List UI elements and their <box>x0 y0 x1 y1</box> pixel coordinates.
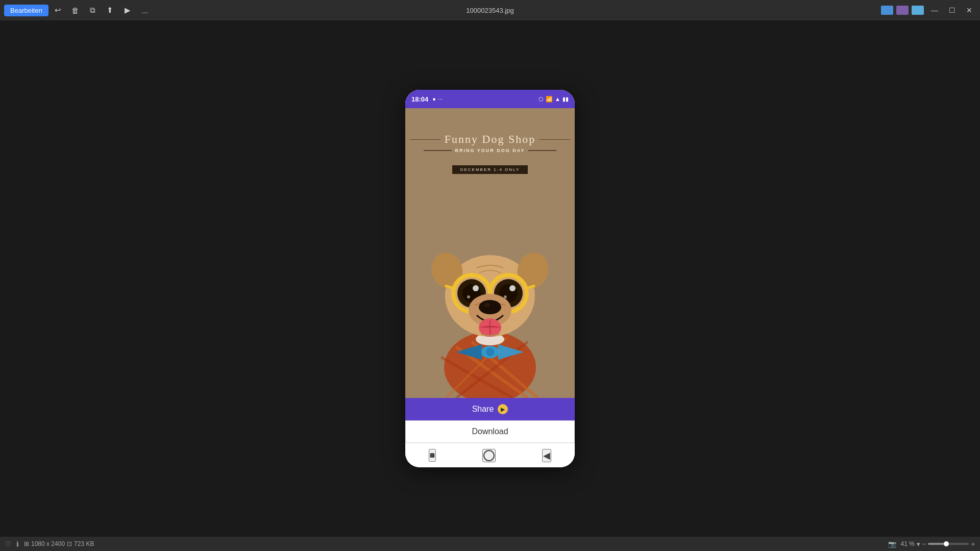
bottom-statusbar: ♡ ℹ ⊞ 1080 x 2400 ⊡ 723 KB 📷 41 % ▾ − + <box>0 537 980 551</box>
main-content: 18:04 ● ··· ⬡ 📶 ▲ ▮▮ Funny Dog Shop <box>0 20 980 537</box>
zoom-level-value: 41 % <box>900 540 914 547</box>
status-icons: ● ··· <box>432 96 443 102</box>
poster-content: Funny Dog Shop BRING YOUR DOG DAY DECEMB… <box>405 108 575 398</box>
undo-button[interactable]: ↩ <box>51 3 66 18</box>
edit-button[interactable]: Bearbeiten <box>4 5 48 16</box>
tray-icons <box>881 6 924 15</box>
title-right-line <box>540 139 570 140</box>
zoom-slider-thumb <box>944 541 949 546</box>
poster-title-line: Funny Dog Shop <box>410 133 570 146</box>
status-right-icons: ⬡ 📶 ▲ ▮▮ <box>538 96 569 103</box>
heart-button[interactable]: ♡ <box>5 540 11 548</box>
dimensions-value: 1080 x 2400 <box>31 540 65 547</box>
top-toolbar: Bearbeiten ↩ 🗑 ⧉ ⬆ ▶ ... 1000023543.jpg … <box>0 0 980 20</box>
bottom-left-area: ♡ ℹ ⊞ 1080 x 2400 ⊡ 723 KB <box>5 540 94 548</box>
toolbar-right-area: — ☐ ✕ <box>881 4 976 17</box>
phone-nav-bar: ■ ◀ <box>405 443 575 467</box>
share-toolbar-button[interactable]: ⬆ <box>103 3 118 18</box>
nav-back-button[interactable]: ◀ <box>542 449 551 462</box>
whatsapp-icon: ● <box>432 96 436 102</box>
poster-subtitle-text: BRING YOUR DOG DAY <box>455 148 525 153</box>
bottom-right-area: 📷 41 % ▾ − + <box>888 540 975 548</box>
zoom-plus-button[interactable]: + <box>971 540 975 548</box>
poster-subtitle-line: BRING YOUR DOG DAY <box>410 148 570 153</box>
dimensions-info: ⊞ 1080 x 2400 ⊡ 723 KB <box>24 540 94 547</box>
zoom-dropdown-button[interactable]: ▾ <box>917 540 920 548</box>
tray-icon-purple <box>896 6 909 15</box>
copy-button[interactable]: ⧉ <box>85 3 101 18</box>
dimensions-icon: ⊞ <box>24 540 29 547</box>
delete-button[interactable]: 🗑 <box>68 3 83 18</box>
zoom-minus-button[interactable]: − <box>922 540 926 548</box>
dog-illustration <box>405 189 575 398</box>
svg-point-11 <box>486 348 494 356</box>
bluetooth-icon: ⬡ <box>538 96 544 103</box>
share-circle-icon: ▶ <box>498 404 508 414</box>
file-size-value: 723 KB <box>74 540 94 547</box>
more-button[interactable]: ... <box>137 3 153 18</box>
zoom-slider-track <box>928 543 944 545</box>
maximize-button[interactable]: ☐ <box>945 4 959 17</box>
svg-point-25 <box>467 295 470 298</box>
poster-date-badge: DECEMBER 1-4 ONLY <box>452 165 528 174</box>
file-title: 1000023543.jpg <box>466 7 513 14</box>
more-dots-icon: ··· <box>438 96 443 102</box>
signal-icon: 📶 <box>546 96 553 103</box>
poster-title-text: Funny Dog Shop <box>445 133 535 146</box>
svg-point-31 <box>479 300 501 314</box>
info-button[interactable]: ℹ <box>16 540 19 548</box>
tray-icon-blue <box>881 6 893 15</box>
status-time: 18:04 <box>411 95 428 103</box>
zoom-slider[interactable] <box>928 543 969 545</box>
phone-frame: 18:04 ● ··· ⬡ 📶 ▲ ▮▮ Funny Dog Shop <box>405 90 575 467</box>
phone-actions: Share ▶ Download <box>405 398 575 443</box>
wifi-icon: ▲ <box>555 96 560 102</box>
poster-title-area: Funny Dog Shop BRING YOUR DOG DAY <box>410 133 570 153</box>
close-button[interactable]: ✕ <box>963 4 976 17</box>
minimize-button[interactable]: — <box>928 4 941 17</box>
svg-point-24 <box>473 285 479 291</box>
export-button[interactable]: ▶ <box>120 3 135 18</box>
nav-home-button[interactable] <box>482 449 496 462</box>
svg-point-32 <box>484 303 490 307</box>
zoom-control: 41 % ▾ − + <box>900 540 975 548</box>
tray-icon-cloud <box>912 6 924 15</box>
title-left-line <box>410 139 440 140</box>
svg-point-28 <box>509 285 516 291</box>
phone-image-area: Funny Dog Shop BRING YOUR DOG DAY DECEMB… <box>405 108 575 398</box>
home-circle-icon <box>483 450 495 461</box>
share-button[interactable]: Share ▶ <box>405 398 575 420</box>
file-size-icon: ⊡ <box>67 540 72 547</box>
share-label: Share <box>472 405 494 414</box>
camera-button[interactable]: 📷 <box>888 540 896 548</box>
download-button[interactable]: Download <box>405 420 575 443</box>
subtitle-right-line <box>528 150 556 151</box>
phone-status-bar: 18:04 ● ··· ⬡ 📶 ▲ ▮▮ <box>405 90 575 108</box>
battery-icon: ▮▮ <box>562 96 569 103</box>
nav-stop-button[interactable]: ■ <box>429 449 436 462</box>
subtitle-left-line <box>424 150 452 151</box>
